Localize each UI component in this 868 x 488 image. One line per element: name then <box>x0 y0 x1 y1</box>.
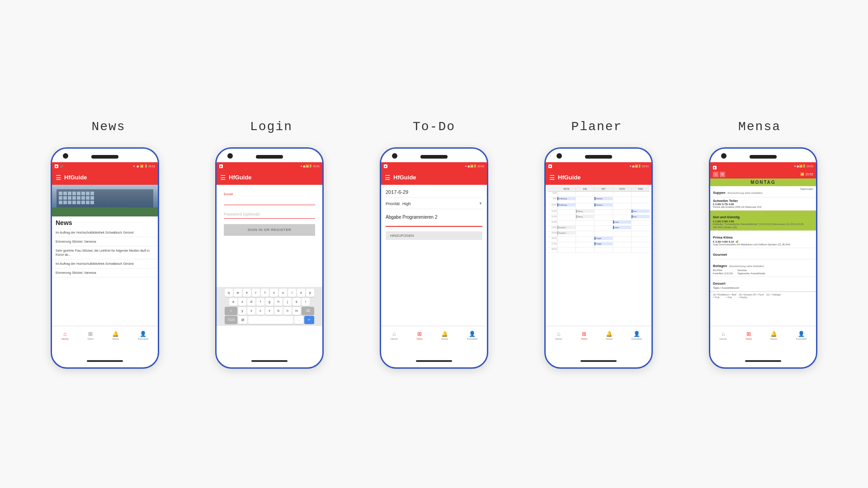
mensa-beilagen-desc: Bio-ReisKartoffeln (3,8,24) GemüseTagess… <box>713 269 813 275</box>
status-left-news: ■ 🔊 <box>55 164 63 168</box>
mensa-dessert-desc: Tages-/ Auswahldessert <box>713 286 813 290</box>
kb-t[interactable]: t <box>261 289 269 297</box>
todo-priority-label: Priorität <box>386 202 400 206</box>
nav-home-mensa[interactable]: ⌂ Home <box>720 331 727 340</box>
todo-priority-row: Priorität High ▼ <box>386 202 482 209</box>
mensa-schneller-desc: Penne alla Arrabita (3#8) mit Rebecase (… <box>713 206 813 209</box>
kb-h[interactable]: h <box>274 298 283 306</box>
kb-shift[interactable]: ⇧ <box>225 307 237 315</box>
email-field-container: Email <box>224 192 315 205</box>
nav-kontakte-news[interactable]: 👤 Kontakte <box>138 331 149 340</box>
nav-news-news[interactable]: 🔔 News <box>112 331 119 340</box>
kb-backspace[interactable]: ⌫ <box>302 307 314 315</box>
nav-todo-label-todo: ToDo <box>416 338 423 340</box>
kb-b[interactable]: b <box>274 307 283 315</box>
status-left-login: ■ <box>219 164 223 168</box>
mensa-icon-menu: ☰ <box>720 172 725 177</box>
kb-c[interactable]: c <box>256 307 264 315</box>
nav-home-todo[interactable]: ⌂ Home <box>391 331 398 340</box>
nav-todo-planer[interactable]: ⊞ ToDo <box>581 331 587 340</box>
news-bottom-nav: ⌂ Home ⊞ ToDo 🔔 News 👤 Kontakte <box>52 326 158 345</box>
kb-p[interactable]: p <box>306 289 314 297</box>
kb-r[interactable]: r <box>252 289 260 297</box>
hinzufugen-button[interactable]: HINZUFÜGEN <box>386 231 482 240</box>
kb-g[interactable]: g <box>265 298 274 306</box>
mensa-time-header: 15:52 <box>805 173 813 176</box>
kb-row-4: 7123 @ . ↵ <box>217 316 321 324</box>
mensa-footer: (R) =Rindfleisch = Beef (S) =Schwein (P)… <box>710 291 816 300</box>
kb-q[interactable]: q <box>225 289 233 297</box>
kb-f[interactable]: f <box>256 298 264 306</box>
mensa-cat-suppen: Suppen (Kenzeichnung siehe Aufsteller) T… <box>710 186 816 197</box>
todo-date: 2017-6-29 <box>386 189 482 198</box>
kb-y[interactable]: y <box>238 307 246 315</box>
login-app-header: ☰ HfGuide <box>217 170 322 185</box>
kb-n[interactable]: n <box>283 307 292 315</box>
kb-enter[interactable]: ↵ <box>304 316 314 324</box>
nav-todo-news[interactable]: ⊞ ToDo <box>87 331 94 340</box>
phone-bottom-bar-5 <box>745 360 781 362</box>
kb-k[interactable]: k <box>292 298 301 306</box>
todo-priority-value: High <box>402 202 479 206</box>
kb-space[interactable] <box>248 316 293 324</box>
mensa-gut-desc: Köttbullar "Schwedische Fleischbällchen"… <box>713 223 813 229</box>
nav-todo-todo[interactable]: ⊞ ToDo <box>416 331 423 340</box>
news-item-2[interactable]: Erinnerung Stöckel, Vanessa <box>52 237 158 246</box>
status-left-planer: ■ <box>548 164 552 168</box>
news-app-title: HfGuide <box>64 174 87 181</box>
kb-m[interactable]: m <box>292 307 301 315</box>
kb-x[interactable]: x <box>247 307 255 315</box>
kb-z[interactable]: z <box>270 289 278 297</box>
status-icons-mensa: ✦⏰📶🔋 15:52 <box>794 164 813 168</box>
kb-j[interactable]: j <box>283 298 292 306</box>
status-left-todo: ■ <box>384 164 387 168</box>
news-item-1[interactable]: Im Auftrag der Hochschulbibliothek Schwä… <box>52 228 158 237</box>
phones-row: ■ 🔊 ✦ ⏰ 📶 🔋 15:51 ☰ HfGuide <box>27 147 841 369</box>
phone-todo: ■ ✦⏰📶🔋 15:52 ☰ HfGuide 2017-6-29 P <box>380 147 488 369</box>
kb-numbers[interactable]: 7123 <box>225 316 237 324</box>
kb-a[interactable]: a <box>229 298 237 306</box>
kb-o[interactable]: o <box>297 289 305 297</box>
news-item-5[interactable]: Erinnerung Stöckel, Vanessa <box>52 268 158 277</box>
news-item-3[interactable]: Sehr geehrte Frau Stöckel, die Leihfrist… <box>52 246 158 259</box>
phone-login: ■ ✦⏰📶🔋 15:51 ☰ HfGuide Email <box>215 147 324 369</box>
title-login: Login <box>250 120 292 134</box>
nav-kontakte-planer[interactable]: 👤 Kontakte <box>632 331 642 340</box>
planer-col-mit: MIT <box>594 188 613 190</box>
mensa-app-header: ⌂ ☰ 📶 15:52 <box>710 170 816 178</box>
news-item-4[interactable]: Im Auftrag der Hochschulbibliothek Schwä… <box>52 259 158 268</box>
nav-kontakte-mensa[interactable]: 👤 Kontakte <box>796 331 807 340</box>
nav-todo-mensa[interactable]: ⊞ ToDo <box>745 331 752 340</box>
kb-dot[interactable]: . <box>294 316 303 324</box>
nav-news-todo[interactable]: 🔔 News <box>441 331 448 340</box>
nav-kontakte-label-mensa: Kontakte <box>796 338 807 340</box>
nav-kontakte-todo[interactable]: 👤 Kontakte <box>467 331 478 340</box>
kb-w[interactable]: w <box>234 289 242 297</box>
kb-s[interactable]: s <box>238 298 246 306</box>
nav-news-planer[interactable]: 🔔 News <box>606 331 613 340</box>
todo-icon-planer: ⊞ <box>582 331 586 337</box>
news-section-title: News <box>52 216 158 228</box>
kb-l[interactable]: l <box>302 298 310 306</box>
mensa-header-left-icons: ⌂ ☰ <box>713 172 725 177</box>
planer-col-mon: MON <box>557 188 576 190</box>
nav-news-mensa[interactable]: 🔔 News <box>770 331 777 340</box>
nav-home-planer[interactable]: ⌂ Home <box>555 331 562 340</box>
kb-v[interactable]: v <box>265 307 274 315</box>
dropdown-arrow-icon[interactable]: ▼ <box>479 202 482 206</box>
login-hamburger-icon: ☰ <box>220 174 226 181</box>
todo-task-input[interactable]: Abgabe Programmieren 2 <box>386 213 482 221</box>
kb-u[interactable]: u <box>279 289 287 297</box>
kb-at[interactable]: @ <box>238 316 247 324</box>
nav-home-news[interactable]: ⌂ Home <box>61 331 69 340</box>
planer-col-die: DIE <box>576 188 594 190</box>
kb-i[interactable]: i <box>288 289 296 297</box>
title-mensa: Mensa <box>738 120 781 134</box>
kb-d[interactable]: d <box>247 298 255 306</box>
kb-e[interactable]: e <box>243 289 251 297</box>
email-input[interactable] <box>224 197 315 205</box>
password-input[interactable]: Password (optional) <box>224 211 315 219</box>
signin-button[interactable]: SIGN IN OR REGISTER <box>224 224 315 236</box>
status-icons-planer: ✦⏰📶🔋 15:51 <box>629 164 649 168</box>
planer-bottom-nav: ⌂ Home ⊞ ToDo 🔔 News 👤 Kontakte <box>546 326 651 345</box>
